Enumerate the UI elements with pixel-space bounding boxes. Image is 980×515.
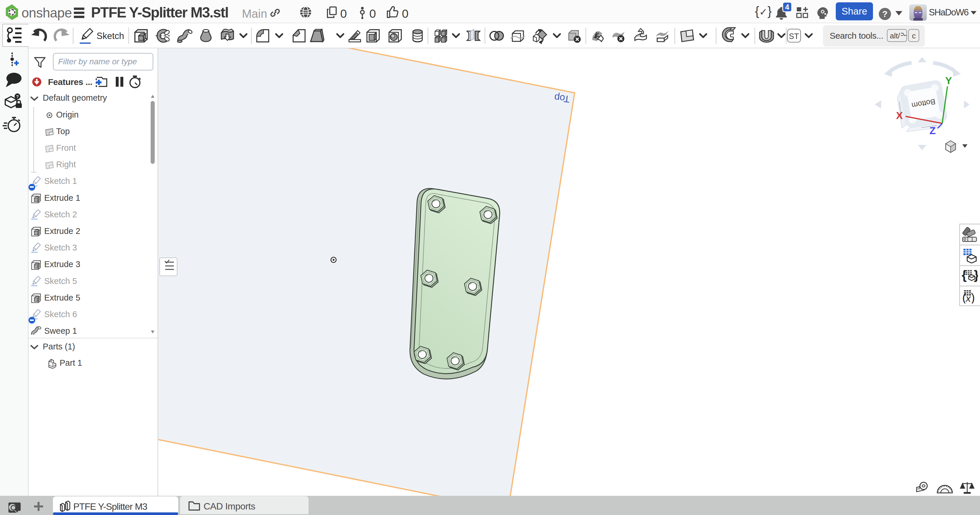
svg-text:x: x [965,293,971,303]
svg-text:X: X [896,110,903,121]
svg-text:c: c [912,32,916,40]
svg-text:?: ? [16,94,19,99]
svg-text:}: } [974,269,978,282]
svg-text:Top: Top [554,92,570,105]
svg-text:alt/: alt/ [890,32,900,40]
svg-text:Search tools...: Search tools... [830,31,883,40]
svg-text:Z: Z [929,125,935,136]
svg-text:Sketch: Sketch [97,31,124,41]
svg-text:Y: Y [945,75,952,86]
svg-text:ST: ST [789,32,799,41]
svg-text:): ) [971,291,975,303]
